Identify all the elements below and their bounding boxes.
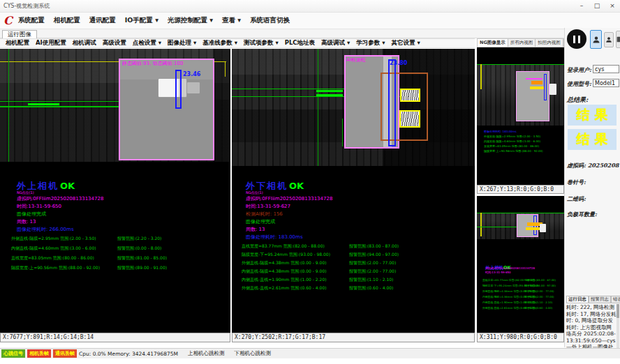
coordinate-bar-thumb-bottom: X:311;Y:980;R:0;G:0;B:0 bbox=[477, 333, 564, 342]
toolbar-spot-check-settings[interactable]: 点检设置 ▾ bbox=[133, 39, 161, 47]
login-user-button[interactable] bbox=[590, 30, 602, 49]
user-icon bbox=[605, 36, 612, 44]
measurement-value: 隔膜宽度-上=90.56mm 范围:(88.00 - 92.00) bbox=[11, 265, 100, 271]
pin-number-label: 卷针号: bbox=[567, 179, 586, 186]
alarm-range: 报警范围:(89.00 - 91.00) bbox=[117, 265, 167, 271]
result-box-2: 结果 bbox=[568, 129, 617, 150]
tab-alarm-log[interactable]: 报警日志 bbox=[589, 296, 611, 303]
reference-line-vertical bbox=[318, 49, 318, 166]
exit-door-icon bbox=[617, 35, 620, 44]
menu-system-config[interactable]: 系统配置 bbox=[18, 16, 45, 25]
coordinate-bar-thumb-top: X:267;Y:13;R:0;G:0;B:0 bbox=[477, 185, 564, 194]
window-controls: – □ × bbox=[574, 0, 620, 12]
toolbar-advanced-debug[interactable]: 高级调试 ▾ bbox=[321, 39, 350, 47]
toolbar-advanced-settings[interactable]: 高级设置 bbox=[103, 39, 126, 47]
reference-line-vertical-short bbox=[342, 119, 343, 146]
mini-measurement-line: 内侧直线-隔膜=4.60mm 范围:(3.00 - 6.00) bbox=[484, 139, 540, 144]
close-button[interactable]: × bbox=[605, 0, 620, 12]
toolbar-baseline-params[interactable]: 基准线参数 ▾ bbox=[202, 39, 237, 47]
mini-measurement-line: 外侧直线-隔膜=2.95mm 范围:(2.00 - 3.50) bbox=[484, 135, 540, 139]
toolbar-other-settings[interactable]: 其它设置 ▾ bbox=[392, 39, 420, 47]
alarm-range: 报警范围:(83.00 - 87.00) bbox=[349, 243, 399, 250]
thumbnail-tab-bar: NG图像显示 所有内视图 拍照内视图 bbox=[477, 38, 564, 47]
heartbeat-signal-badge: 心跳信号 bbox=[1, 349, 25, 358]
toolbar-camera-debug[interactable]: 相机调试 bbox=[73, 39, 96, 47]
pause-button[interactable] bbox=[567, 29, 586, 49]
elapsed-line: 图像处理耗时: 266.00ms bbox=[17, 226, 74, 233]
measurement-value: 内侧直线-隔膜=4.60mm 范围:(3.00 - 6.00) bbox=[11, 245, 96, 252]
tab-all-inner-views[interactable]: 所有内视图 bbox=[508, 39, 536, 47]
toolbar: 相机配置 AI使用配置 相机调试 高级设置 点检设置 ▾ 图像处理 ▾ 基准线参… bbox=[0, 38, 475, 48]
measurement-value: 内侧直线-隔膜=4.38mm 范围:(0.00 - 9.00) bbox=[242, 268, 327, 275]
result-text: 结果 bbox=[572, 106, 613, 124]
login-user-input[interactable]: cys bbox=[593, 65, 619, 73]
view-tab-row: 运行图像 bbox=[0, 29, 620, 38]
camera-name-label: 外下相机 bbox=[246, 181, 288, 191]
model-label: 使用型号: bbox=[567, 80, 591, 88]
mini-measurement-line: 直线宽度=83.05mm 范围:(80.00 - 86.00) bbox=[484, 144, 539, 149]
mini-measurement-line: 隔膜宽度-上=90.56mm 范围:(88.00 - 92.00) bbox=[484, 149, 543, 153]
ai-time-line: 检测AI耗时: 156 bbox=[246, 211, 283, 218]
edge-line-green bbox=[477, 64, 564, 65]
camera-image-lower: AI检测框 23.80 bbox=[232, 49, 475, 166]
user-icon bbox=[592, 35, 600, 45]
cpu-memory-status: Cpu: 0.0% Memory: 3424.41796875M bbox=[79, 351, 178, 357]
cycle-line: 周数: 13 bbox=[17, 218, 36, 225]
barcode-value-label: 虚拟码: 20250208 bbox=[567, 162, 619, 169]
toolbar-plc-address-table[interactable]: PLC地址表 bbox=[285, 39, 315, 47]
ng-note: NG点位(1) bbox=[17, 190, 34, 195]
thumbnail-image-top bbox=[477, 64, 564, 126]
threshold-label: 静态阈值:93, 动态阈值:100 bbox=[122, 60, 183, 67]
model-input[interactable]: Model1 bbox=[593, 79, 619, 87]
mini-alarm: 报警范围:(1.10 - 2.10) bbox=[524, 301, 552, 304]
user-manage-button[interactable] bbox=[604, 32, 614, 47]
menu-light-control-config[interactable]: 光源控制配置 ▾ bbox=[168, 16, 213, 25]
toolbar-image-processing[interactable]: 图像处理 ▾ bbox=[168, 39, 196, 47]
connector-object-mini bbox=[540, 224, 546, 232]
baseline-tick-yellow bbox=[480, 213, 482, 236]
mini-alarm: 报警范围:(2.00 - 77.00) bbox=[524, 289, 554, 293]
measurement-value: 外侧直线-直线=2.61mm 范围:(0.60 - 4.00) bbox=[242, 285, 327, 291]
ng-note: NG点位(1) bbox=[246, 190, 263, 195]
camera-panel-upper: 静态阈值:93, 动态阈值:100 23.46 外上相机OK NG点位(1) 虚… bbox=[0, 49, 230, 333]
tab-run-log[interactable]: 运行日志 bbox=[566, 296, 589, 303]
maximize-button[interactable]: □ bbox=[589, 0, 605, 12]
connector-object-mini bbox=[549, 84, 556, 95]
tab-capture-inner-views[interactable]: 拍照内视图 bbox=[536, 39, 563, 47]
minimize-button[interactable]: – bbox=[574, 0, 589, 12]
exit-button[interactable] bbox=[616, 31, 620, 48]
process-done-line: 图像处理完成 bbox=[17, 211, 46, 218]
menu-camera-config[interactable]: 相机配置 bbox=[54, 16, 80, 25]
toolbar-camera-config[interactable]: 相机配置 bbox=[6, 39, 29, 47]
ng-mark-orange bbox=[531, 81, 542, 84]
edge-segment-green-1 bbox=[316, 90, 343, 92]
total-result-label: 总结果: bbox=[567, 96, 588, 105]
measurement-value: 隔膜宽度-下=95.24mm 范围:(93.00 - 98.00) bbox=[242, 252, 330, 258]
alarm-range: 报警范围:(2.00 - 77.00) bbox=[349, 268, 396, 275]
menu-view[interactable]: 查看 ▾ bbox=[222, 16, 241, 25]
mini-alarm: 报警范围:(94.00 - 97.00) bbox=[524, 284, 556, 287]
toolbar-test-item-params[interactable]: 测试项参数 ▾ bbox=[244, 39, 279, 47]
toolbar-ai-usage-config[interactable]: AI使用配置 bbox=[36, 39, 66, 47]
camera-frame-drop-badge: 相机丢帧 bbox=[27, 349, 51, 358]
log-scrollbar-thumb[interactable] bbox=[617, 304, 619, 318]
edge-segment-green-2 bbox=[316, 94, 343, 96]
tab-error-log[interactable]: 错误日志 bbox=[611, 296, 620, 303]
status-ok-label: OK bbox=[289, 181, 304, 191]
ng-mark-magenta bbox=[526, 78, 542, 79]
alarm-range: 报警范围:(2.00 - 77.00) bbox=[349, 260, 396, 266]
tab-highlight-rect-1 bbox=[400, 89, 420, 102]
menu-comm-config[interactable]: 通讯配置 bbox=[89, 16, 116, 25]
menu-language-switch[interactable]: 系统语言切换 bbox=[250, 16, 290, 25]
menu-io-config[interactable]: IO手配置 ▾ bbox=[125, 16, 158, 25]
toolbar-learning-params[interactable]: 学习参数 ▾ bbox=[356, 39, 385, 47]
alarm-range: 报警范围:(94.00 - 97.00) bbox=[349, 252, 399, 258]
coordinate-bar-upper: X:7677;Y:891;R:14;G:14;B:14 bbox=[0, 333, 230, 342]
measurement-value: 直线宽度=83.77mm 范围:(82.00 - 88.00) bbox=[242, 243, 325, 250]
camera-panel-lower: AI检测框 23.80 外下相机OK NG点位(1) 虚拟码:0FFIiim20… bbox=[232, 49, 475, 333]
process-done-line: 图像处理完成 bbox=[246, 218, 275, 225]
tab-ng-image-display[interactable]: NG图像显示 bbox=[478, 39, 508, 47]
mini-time-line: 时间:13-31-59-650 bbox=[485, 271, 511, 275]
app-window: CYS-视觉检测系统 – □ × C 系统配置 相机配置 通讯配置 IO手配置 … bbox=[0, 0, 620, 364]
app-logo-icon: C bbox=[0, 13, 18, 29]
